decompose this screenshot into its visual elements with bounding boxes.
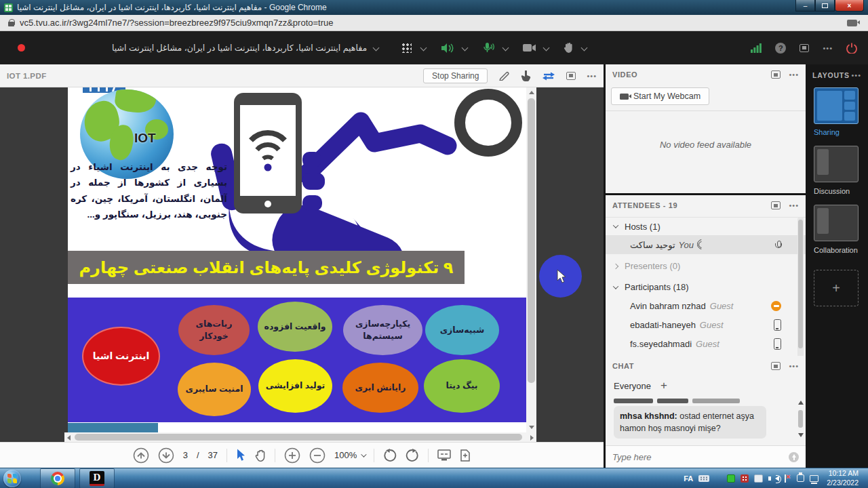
close-button[interactable]: × xyxy=(835,0,864,12)
pan-tool-button[interactable] xyxy=(255,449,266,462)
vertical-scrollbar[interactable] xyxy=(526,87,536,432)
fullscreen-icon[interactable] xyxy=(800,44,809,52)
scroll-left-arrow[interactable] xyxy=(67,435,71,441)
scroll-up-arrow[interactable] xyxy=(529,91,534,94)
zoom-in-button[interactable] xyxy=(284,447,300,464)
taskbar-chrome-button[interactable] xyxy=(40,468,75,488)
toolbar-overflow-icon[interactable]: ••• xyxy=(823,44,833,52)
microphone-button[interactable] xyxy=(482,42,495,54)
sync-icon[interactable] xyxy=(542,71,555,81)
participants-collapse-chevron[interactable] xyxy=(613,283,618,289)
share-pod-menu-icon[interactable]: ••• xyxy=(587,72,597,80)
layout-collaboration-label[interactable]: Collaboration xyxy=(814,246,858,254)
share-fullscreen-icon[interactable] xyxy=(566,72,576,80)
host-row[interactable]: توحید ساکت You xyxy=(606,235,806,254)
pointer-icon[interactable] xyxy=(521,70,531,81)
participant-row[interactable]: fs.seyedahmadi Guest xyxy=(606,334,806,353)
start-button[interactable] xyxy=(3,470,21,487)
participants-group-row[interactable]: Participants (18) xyxy=(606,278,806,296)
raise-hand-button[interactable] xyxy=(564,42,574,54)
attendees-scrollbar[interactable] xyxy=(797,217,804,359)
device-icon[interactable] xyxy=(797,474,804,482)
stop-sharing-button[interactable]: Stop Sharing xyxy=(423,68,488,83)
maximize-button[interactable] xyxy=(815,0,835,12)
chat-tab-everyone[interactable]: Everyone xyxy=(614,381,651,391)
start-webcam-button[interactable]: Start My Webcam xyxy=(611,87,709,105)
horizontal-scrollbar[interactable] xyxy=(64,432,536,442)
webcam-button[interactable] xyxy=(523,43,536,52)
tray-green-icon[interactable] xyxy=(727,474,735,483)
horizontal-scroll-thumb[interactable] xyxy=(75,434,522,441)
help-icon[interactable]: ? xyxy=(775,43,786,54)
layout-sharing-thumbnail[interactable] xyxy=(814,87,859,124)
participant-row[interactable]: ebadati-haneyeh Guest xyxy=(606,315,806,334)
page-up-button[interactable] xyxy=(133,447,149,464)
video-fullscreen-icon[interactable] xyxy=(771,70,781,79)
meeting-title[interactable]: مفاهیم اینترنت اشیا، کاربردها، اینترنت ا… xyxy=(112,43,367,53)
fit-width-button[interactable] xyxy=(437,449,451,461)
action-center-flag-icon[interactable] xyxy=(785,474,791,483)
volume-icon[interactable] xyxy=(775,476,779,481)
chat-scrollbar[interactable] xyxy=(797,401,804,437)
chat-input[interactable] xyxy=(612,452,789,462)
add-layout-button[interactable]: + xyxy=(814,270,859,306)
scroll-right-arrow[interactable] xyxy=(530,435,534,441)
taskbar-clock[interactable]: 10:12 AM 2/23/2022 xyxy=(827,469,859,487)
url-text[interactable]: vc5.tvu.ac.ir/r3wg24ml7ne7/?session=bree… xyxy=(20,18,847,28)
microphone-chevron[interactable] xyxy=(502,45,509,52)
fit-page-button[interactable] xyxy=(460,449,471,462)
host-microphone-icon[interactable] xyxy=(776,241,781,249)
layout-discussion-label[interactable]: Discussion xyxy=(814,187,850,195)
page-current[interactable]: 3 xyxy=(183,450,188,460)
tray-app-icon[interactable] xyxy=(754,474,763,483)
page-down-button[interactable] xyxy=(158,447,174,464)
raise-hand-chevron[interactable] xyxy=(581,45,588,52)
scroll-down-arrow[interactable] xyxy=(529,426,534,429)
presenters-group-row[interactable]: Presenters (0) xyxy=(606,257,806,275)
hosts-group-row[interactable]: Hosts (1) xyxy=(606,217,806,235)
exit-button[interactable] xyxy=(846,43,857,54)
chat-add-tab-button[interactable]: + xyxy=(660,379,667,392)
host-you-tag: You xyxy=(679,240,694,250)
hosts-collapse-chevron[interactable] xyxy=(613,222,618,228)
pods-menu-icon[interactable] xyxy=(401,43,412,53)
attendees-pod-menu-icon[interactable]: ••• xyxy=(789,201,799,209)
attendees-fullscreen-icon[interactable] xyxy=(771,201,781,209)
video-pod-title: VIDEO xyxy=(612,70,637,79)
keyboard-icon[interactable] xyxy=(698,475,709,482)
chat-pod-menu-icon[interactable]: ••• xyxy=(789,362,799,370)
speaker-chevron[interactable] xyxy=(462,45,469,52)
tray-red-icon[interactable] xyxy=(741,474,749,483)
camera-permission-icon[interactable] xyxy=(847,20,857,26)
meeting-menu-chevron[interactable] xyxy=(373,45,380,52)
video-pod-menu-icon[interactable]: ••• xyxy=(789,70,799,79)
language-indicator[interactable]: FA xyxy=(684,474,693,483)
layout-discussion-thumbnail[interactable] xyxy=(814,146,859,182)
layout-sharing-label[interactable]: Sharing xyxy=(814,128,840,136)
rotate-ccw-button[interactable] xyxy=(383,449,397,462)
address-bar[interactable]: vc5.tvu.ac.ir/r3wg24ml7ne7/?session=bree… xyxy=(0,15,868,31)
document-viewport[interactable]: IOT توجه جدی به اینترنت اشیاء در بسیاری … xyxy=(0,87,604,432)
minimize-button[interactable]: – xyxy=(795,0,815,12)
presenters-collapse-chevron[interactable] xyxy=(613,263,618,268)
rotate-cw-button[interactable] xyxy=(406,449,419,462)
connection-status-icon[interactable] xyxy=(751,43,762,53)
vertical-scroll-thumb[interactable] xyxy=(528,98,535,383)
participant-row[interactable]: Avin bahram nzhad Guest xyxy=(606,296,806,315)
layout-collaboration-thumbnail[interactable] xyxy=(814,205,859,241)
chat-message-list[interactable]: mhsa khshnd: ostad enternet aşya hamon h… xyxy=(606,396,806,440)
chat-fullscreen-icon[interactable] xyxy=(771,362,781,370)
zoom-out-button[interactable] xyxy=(309,447,326,464)
speaker-button[interactable] xyxy=(441,43,454,54)
webcam-chevron[interactable] xyxy=(543,45,550,52)
select-tool-button[interactable] xyxy=(236,449,246,462)
layouts-menu-icon[interactable]: ••• xyxy=(851,71,861,79)
taskbar-app-button[interactable]: D xyxy=(79,468,115,488)
chat-emoticon-icon[interactable] xyxy=(789,452,799,462)
pods-chevron[interactable] xyxy=(420,45,427,52)
network-icon[interactable] xyxy=(810,475,818,482)
active-speaker-icon xyxy=(698,241,705,249)
zoom-level-select[interactable]: 100% xyxy=(334,450,365,460)
draw-icon[interactable] xyxy=(498,70,510,81)
chat-message-clipped xyxy=(614,396,797,403)
